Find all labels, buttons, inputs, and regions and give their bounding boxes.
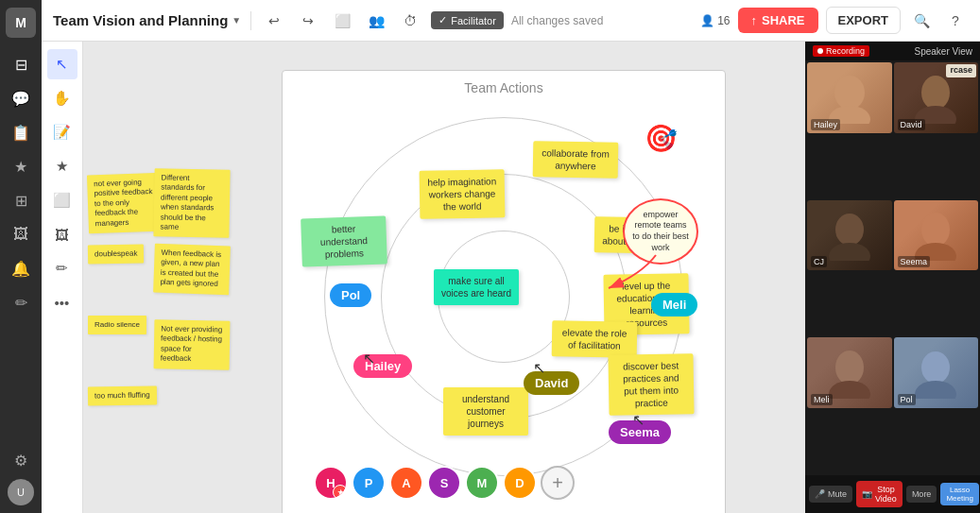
more-button[interactable]: More [906,486,937,503]
toolbar: Team Vision and Planning ▼ ↩ ↪ ⬜ 👥 ⏱ ✓ F… [42,0,980,42]
tool-shapes[interactable]: ⬜ [47,185,77,215]
export-button[interactable]: EXPORT [826,7,901,34]
undo-button[interactable]: ↩ [261,8,287,34]
bg-sticky-6[interactable]: too much fluffing [88,385,157,406]
zoom-button[interactable]: 🔍 [908,8,935,34]
reactions-button[interactable]: ⏱ [397,8,423,34]
video-name-pol: Pol [898,394,916,405]
user-avatar[interactable]: U [8,479,34,505]
document-title[interactable]: Team Vision and Planning ▼ [53,12,241,28]
timer-button[interactable]: 👥 [363,8,389,34]
recording-label: Recording [826,46,865,56]
svg-point-1 [834,76,865,110]
bottom-avatars: H P A S M D + [314,466,575,500]
avatar-3[interactable]: S [427,466,461,500]
help-button[interactable]: ? [942,8,969,34]
recording-dot [817,48,823,54]
main-area: Team Vision and Planning ▼ ↩ ↪ ⬜ 👥 ⏱ ✓ F… [42,0,980,513]
tool-image[interactable]: 🖼 [47,219,77,249]
more-label: More [912,489,932,499]
sidebar-notification[interactable]: 🔔 [6,253,36,283]
video-panel-header: Recording Speaker View [805,42,980,60]
toolbar-divider-1 [250,11,251,30]
facilitator-badge[interactable]: ✓ Facilitator [431,11,504,29]
sticky-elevate[interactable]: elevate the role of facilitation [552,320,638,358]
avatar-2[interactable]: A [389,466,423,500]
avatar-5[interactable]: D [503,466,537,500]
video-tile-cj: CJ [807,200,892,271]
svg-point-6 [829,243,870,261]
bg-sticky-3[interactable]: doublespeak [88,244,145,264]
avatar-4[interactable]: M [465,466,499,500]
add-participant-button[interactable]: + [541,466,575,500]
participants-icon: 👤 [700,14,714,27]
svg-point-3 [921,76,950,110]
board-canvas[interactable]: not ever going positive feedback to the … [83,42,805,513]
sidebar-draw[interactable]: ✏ [6,287,36,317]
video-grid: Hailey rcase David [805,60,980,475]
annotation-text: empower remote teams to do their best wo… [632,210,689,254]
tool-cursor[interactable]: ↖ [47,49,77,79]
sticky-collaborate[interactable]: collaborate from anywhere [533,141,619,179]
sidebar-home[interactable]: ⊟ [6,49,36,79]
name-seema[interactable]: Seema [609,420,671,444]
title-text: Team Vision and Planning [53,12,228,28]
sidebar-apps[interactable]: ⊞ [6,185,36,215]
svg-point-9 [835,351,864,385]
tool-hand[interactable]: ✋ [47,83,77,113]
tool-star[interactable]: ★ [47,151,77,181]
sticky-help-imagination[interactable]: help imagination workers change the worl… [420,169,506,219]
tool-draw[interactable]: ✏ [47,253,77,283]
tool-more[interactable]: ••• [47,287,77,317]
name-cj[interactable]: CJ [445,222,484,246]
sidebar-settings[interactable]: ⚙ [6,445,36,475]
video-tile-pol: Pol [894,337,979,408]
video-name-david: David [898,119,925,130]
name-meli[interactable]: Meli [651,293,697,316]
name-pol[interactable]: Pol [330,283,371,307]
lasso-meeting-button[interactable]: Lasso Meeting [940,483,978,505]
svg-point-11 [921,351,950,384]
video-bottom-bar: 🎤 Mute 📷 Stop Video More Lasso Meeting [805,475,980,513]
stop-video-icon: 📷 [862,489,872,499]
app-logo[interactable]: M [6,8,36,38]
svg-point-5 [835,214,864,246]
sticky-all-voices[interactable]: make sure all voices are heard [434,269,519,305]
share-icon: ↑ [751,13,758,27]
sidebar-comment[interactable]: 💬 [6,83,36,113]
frame-button[interactable]: ⬜ [329,8,355,34]
sidebar-star[interactable]: ★ [6,151,36,181]
video-tile-david: rcase David [894,62,979,133]
sticky-discover[interactable]: discover best practices and put them int… [608,353,694,416]
facilitator-check-icon: ✓ [438,14,447,26]
mute-button[interactable]: 🎤 Mute [809,486,852,503]
name-david[interactable]: David [524,371,579,395]
sticky-better-understand[interactable]: better understand problems [301,215,387,266]
sticky-understand-journeys[interactable]: understand customer journeys [443,387,528,436]
share-button[interactable]: ↑ SHARE [738,8,818,33]
redo-button[interactable]: ↪ [295,8,321,34]
canvas-area[interactable]: ↖ ✋ 📝 ★ ⬜ 🖼 ✏ ••• not ever going positiv… [42,42,805,513]
speaker-view-label[interactable]: Speaker View [914,46,972,57]
title-chevron: ▼ [232,15,241,26]
lasso-label: Lasso Meeting [946,486,972,503]
avatar-1[interactable]: P [352,466,386,500]
target-icon: 🎯 [645,123,678,154]
tool-sticky[interactable]: 📝 [47,117,77,147]
bg-sticky-5[interactable]: Radio silence [88,316,146,334]
overlay-rcase: rcase [946,64,976,77]
bg-sticky-7[interactable]: Not ever providing feedback / hosting sp… [154,319,231,369]
saved-status: All changes saved [511,14,603,27]
avatar-hailey[interactable]: H [314,466,348,500]
recording-badge: Recording [813,45,869,57]
sidebar-activity[interactable]: 📋 [6,117,36,147]
bg-sticky-2[interactable]: Different standards for different people… [153,168,230,238]
video-name-cj: CJ [811,256,827,267]
sidebar-image[interactable]: 🖼 [6,219,36,249]
name-hailey[interactable]: Hailey [353,354,412,378]
stop-video-button[interactable]: 📷 Stop Video [856,481,903,507]
bg-sticky-4[interactable]: When feedback is given, a new plan is cr… [153,244,231,295]
participants-count[interactable]: 👤 16 [700,14,730,27]
video-panel: Recording Speaker View Hailey [805,42,980,513]
left-tools: ↖ ✋ 📝 ★ ⬜ 🖼 ✏ ••• [42,42,83,513]
